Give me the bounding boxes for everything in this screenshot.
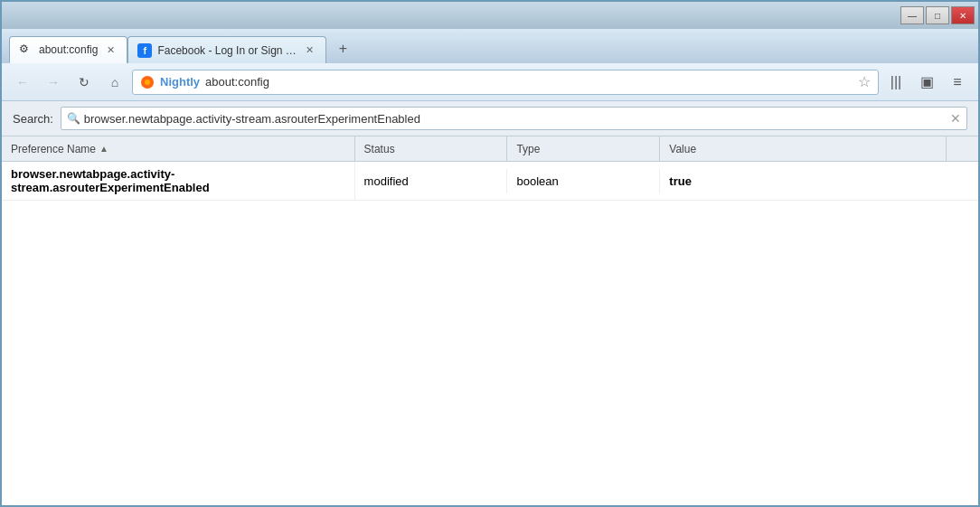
column-type-label: Type [516, 143, 540, 155]
forward-button[interactable]: → [40, 70, 67, 95]
bookmarks-toolbar-button[interactable]: ||| [882, 70, 909, 95]
firefox-logo-icon [140, 75, 155, 89]
column-header-name[interactable]: Preference Name ▲ [2, 136, 355, 161]
nav-bar: ← → ↻ ⌂ Nightly ☆ ||| ▣ ≡ [2, 63, 978, 101]
row-preference-name: browser.newtabpage.activity-stream.asrou… [2, 162, 355, 200]
reload-button[interactable]: ↻ [71, 70, 98, 95]
search-input[interactable] [84, 112, 947, 126]
row-value: true [660, 169, 946, 193]
preferences-table: Preference Name ▲ Status Type Value brow… [2, 136, 978, 505]
address-bar: Nightly ☆ [132, 70, 879, 95]
browser-window: — □ ✕ ⚙ about:config ✕ f Facebook - Log … [0, 0, 980, 507]
table-header: Preference Name ▲ Status Type Value [2, 136, 978, 162]
home-button[interactable]: ⌂ [101, 70, 128, 95]
search-clear-button[interactable]: ✕ [950, 111, 961, 126]
layout-toolbar-button[interactable]: ▣ [913, 70, 940, 95]
tab-about-config[interactable]: ⚙ about:config ✕ [9, 36, 127, 63]
minimize-button[interactable]: — [900, 6, 924, 24]
tab-close-facebook[interactable]: ✕ [302, 43, 316, 58]
menu-toolbar-button[interactable]: ≡ [944, 70, 971, 95]
tab-facebook[interactable]: f Facebook - Log In or Sign Up ✕ [127, 36, 326, 63]
column-header-status[interactable]: Status [355, 136, 508, 161]
search-bar: Search: 🔍 ✕ [2, 101, 978, 136]
close-button[interactable]: ✕ [951, 6, 975, 24]
search-icon: 🔍 [67, 112, 80, 125]
tab-favicon-about-config: ⚙ [19, 42, 33, 57]
column-header-type[interactable]: Type [507, 136, 660, 161]
column-status-label: Status [364, 143, 395, 155]
search-input-wrapper: 🔍 ✕ [61, 107, 967, 130]
column-header-actions [946, 136, 978, 161]
back-button[interactable]: ← [9, 70, 36, 95]
window-controls: — □ ✕ [900, 6, 975, 24]
row-type: boolean [507, 169, 660, 193]
tab-title-facebook: Facebook - Log In or Sign Up [157, 44, 297, 57]
column-name-label: Preference Name [11, 143, 96, 155]
maximize-button[interactable]: □ [926, 6, 949, 24]
column-value-label: Value [669, 143, 696, 155]
bookmark-star-icon[interactable]: ☆ [858, 73, 871, 90]
tab-favicon-facebook: f [137, 43, 152, 58]
sort-arrow-icon: ▲ [99, 144, 108, 154]
search-label: Search: [13, 112, 53, 126]
tab-bar: ⚙ about:config ✕ f Facebook - Log In or … [2, 29, 978, 63]
toolbar-right: ||| ▣ ≡ [882, 70, 971, 95]
address-input[interactable] [205, 75, 853, 89]
tab-close-about-config[interactable]: ✕ [103, 42, 118, 57]
table-row[interactable]: browser.newtabpage.activity-stream.asrou… [2, 162, 978, 201]
column-header-value[interactable]: Value [660, 136, 946, 161]
row-status: modified [355, 169, 508, 193]
browser-brand-label: Nightly [160, 75, 200, 89]
tab-title-about-config: about:config [39, 43, 98, 56]
new-tab-button[interactable]: + [330, 36, 355, 61]
svg-point-1 [145, 80, 150, 85]
title-bar: — □ ✕ [2, 2, 978, 29]
